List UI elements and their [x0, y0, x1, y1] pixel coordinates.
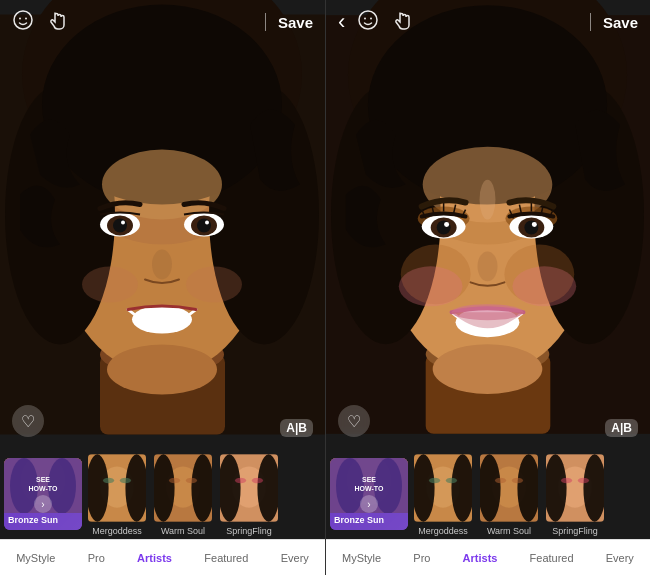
left-filter-mergoddess[interactable]: Mergoddess: [86, 452, 148, 536]
bronze-sun-title-right: Bronze Sun: [334, 515, 408, 526]
left-photo-area: ♡ A|B: [0, 0, 325, 449]
left-filter-warm-soul[interactable]: Warm Soul: [152, 452, 214, 536]
left-heart-badge[interactable]: ♡: [12, 405, 44, 437]
svg-point-100: [429, 478, 440, 484]
see-how-text-right: SEEHOW-TO: [355, 475, 384, 493]
see-how-text-left: SEEHOW-TO: [29, 475, 58, 493]
svg-point-50: [364, 17, 366, 19]
svg-point-42: [186, 478, 197, 484]
right-panel: ‹ Save: [325, 0, 650, 575]
left-save-button[interactable]: Save: [278, 14, 313, 31]
left-face-image: [0, 0, 325, 449]
right-nav-every[interactable]: Every: [604, 552, 636, 564]
right-photo-area: ♡ A|B: [326, 0, 650, 449]
bronze-sun-title-left: Bronze Sun: [8, 515, 82, 526]
see-how-arrow-left[interactable]: ›: [34, 495, 52, 513]
svg-point-20: [205, 221, 209, 225]
svg-point-47: [235, 478, 246, 484]
left-ab-badge[interactable]: A|B: [280, 419, 313, 437]
left-header: Save: [0, 0, 325, 44]
svg-point-113: [578, 478, 589, 484]
right-header-divider: [590, 13, 591, 31]
svg-point-1: [19, 17, 21, 19]
left-filter-strip: SEEHOW-TO › Bronze Sun: [0, 449, 325, 539]
left-nav-artists[interactable]: Artists: [135, 552, 174, 564]
svg-point-71: [524, 221, 538, 235]
left-nav-pro[interactable]: Pro: [86, 552, 107, 564]
right-face-outline-icon[interactable]: [357, 9, 379, 36]
left-bottom-nav: MyStyle Pro Artists Featured Every: [0, 539, 325, 575]
svg-point-112: [561, 478, 572, 484]
springfling-label-left: SpringFling: [226, 526, 272, 536]
svg-point-17: [113, 219, 127, 233]
svg-point-0: [14, 11, 32, 29]
svg-point-19: [121, 221, 125, 225]
right-back-button[interactable]: ‹: [338, 9, 345, 35]
svg-point-24: [132, 306, 192, 334]
mergoddess-label-left: Mergoddess: [92, 526, 142, 536]
svg-point-101: [446, 478, 457, 484]
right-header: ‹ Save: [326, 0, 650, 44]
right-ab-badge[interactable]: A|B: [605, 419, 638, 437]
svg-point-73: [532, 222, 537, 227]
svg-point-18: [197, 219, 211, 233]
right-heart-badge[interactable]: ♡: [338, 405, 370, 437]
left-nav-featured[interactable]: Featured: [202, 552, 250, 564]
right-hand-pointer-icon[interactable]: [391, 9, 413, 36]
right-filter-mergoddess[interactable]: Mergoddess: [412, 452, 474, 536]
right-header-left: ‹: [338, 9, 413, 36]
right-header-right: Save: [586, 13, 638, 31]
svg-point-84: [478, 251, 498, 281]
svg-point-107: [512, 478, 523, 484]
right-filter-bronze-sun[interactable]: SEEHOW-TO › Bronze Sun: [330, 458, 408, 530]
right-nav-pro[interactable]: Pro: [411, 552, 432, 564]
svg-point-49: [359, 11, 377, 29]
right-filter-springfling[interactable]: SpringFling: [544, 452, 606, 536]
hand-pointer-icon[interactable]: [46, 9, 68, 36]
svg-point-22: [82, 267, 138, 303]
svg-point-41: [169, 478, 180, 484]
svg-point-21: [152, 250, 172, 280]
svg-point-36: [120, 478, 131, 484]
warm-soul-label-right: Warm Soul: [487, 526, 531, 536]
left-filter-bronze-sun[interactable]: SEEHOW-TO › Bronze Sun: [4, 458, 82, 530]
svg-point-48: [252, 478, 263, 484]
see-how-arrow-right[interactable]: ›: [360, 495, 378, 513]
left-header-right: Save: [261, 13, 313, 31]
svg-point-70: [437, 221, 451, 235]
left-nav-every[interactable]: Every: [279, 552, 311, 564]
header-divider: [265, 13, 266, 31]
left-filter-springfling[interactable]: SpringFling: [218, 452, 280, 536]
left-nav-mystyle[interactable]: MyStyle: [14, 552, 57, 564]
mergoddess-label-right: Mergoddess: [418, 526, 468, 536]
svg-point-86: [512, 266, 576, 306]
left-panel: Save: [0, 0, 325, 575]
svg-point-90: [480, 180, 496, 220]
svg-point-12: [102, 150, 222, 220]
right-face-image: [326, 0, 650, 449]
right-bottom-nav: MyStyle Pro Artists Featured Every: [326, 539, 650, 575]
svg-point-2: [25, 17, 27, 19]
svg-point-51: [370, 17, 372, 19]
springfling-label-right: SpringFling: [552, 526, 598, 536]
svg-point-89: [433, 344, 543, 394]
svg-point-72: [444, 222, 449, 227]
right-save-button[interactable]: Save: [603, 14, 638, 31]
svg-point-25: [107, 345, 217, 395]
svg-point-35: [103, 478, 114, 484]
right-nav-featured[interactable]: Featured: [528, 552, 576, 564]
face-outline-icon[interactable]: [12, 9, 34, 36]
svg-point-106: [495, 478, 506, 484]
right-filter-warm-soul[interactable]: Warm Soul: [478, 452, 540, 536]
right-nav-artists[interactable]: Artists: [461, 552, 500, 564]
left-header-icons: [12, 9, 68, 36]
right-filter-strip: SEEHOW-TO › Bronze Sun Mer: [326, 449, 650, 539]
right-nav-mystyle[interactable]: MyStyle: [340, 552, 383, 564]
svg-point-23: [186, 267, 242, 303]
svg-point-85: [399, 266, 463, 306]
warm-soul-label-left: Warm Soul: [161, 526, 205, 536]
